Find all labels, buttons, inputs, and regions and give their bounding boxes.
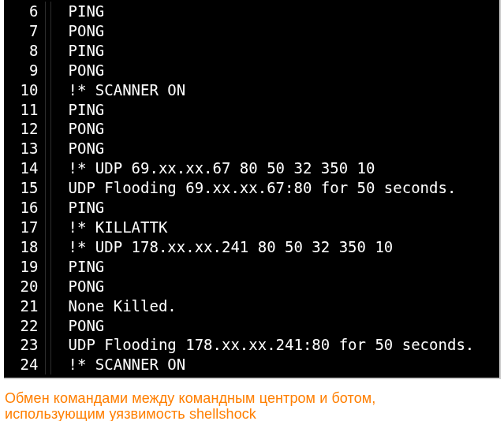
log-line: !* UDP 178.xx.xx.241 80 50 32 350 10 [51, 237, 394, 257]
log-line: !* KILLATTK [51, 218, 168, 237]
log-line: PING [51, 2, 105, 21]
line-number: 23 [4, 335, 45, 355]
gutter-divider [45, 335, 51, 355]
line-number: 19 [4, 257, 45, 277]
log-line: PING [51, 100, 105, 120]
line-number: 22 [4, 316, 45, 336]
gutter-divider [45, 355, 51, 374]
terminal-log: 6PING7PONG8PING9PONG10!* SCANNER ON11PIN… [4, 0, 501, 379]
line-number: 18 [4, 237, 45, 257]
gutter-divider [45, 2, 51, 21]
gutter-divider [45, 80, 51, 100]
log-line: PONG [51, 21, 105, 41]
gutter-divider [45, 21, 51, 41]
log-line: None Killed. [51, 296, 177, 316]
log-line: PING [51, 257, 105, 277]
line-number: 7 [4, 21, 45, 41]
log-row: 8PING [4, 41, 499, 61]
gutter-divider [45, 257, 51, 277]
log-row: 24!* SCANNER ON [4, 355, 499, 374]
line-number: 9 [4, 61, 45, 80]
gutter-divider [45, 316, 51, 336]
log-line: PONG [51, 277, 105, 296]
caption: Обмен командами между командным центром … [0, 379, 504, 421]
gutter-divider [45, 139, 51, 158]
log-row: 10!* SCANNER ON [4, 80, 499, 100]
gutter-divider [45, 218, 51, 237]
line-number: 11 [4, 100, 45, 120]
gutter-divider [45, 158, 51, 178]
caption-line-2: использующим уязвимость shellshock [5, 406, 256, 421]
gutter-divider [45, 296, 51, 316]
line-number: 12 [4, 119, 45, 139]
line-number: 20 [4, 277, 45, 296]
log-row: 11PING [4, 100, 499, 120]
log-row: 15UDP Flooding 69.xx.xx.67:80 for 50 sec… [4, 178, 499, 198]
line-number: 16 [4, 198, 45, 218]
log-row: 6PING [4, 2, 499, 21]
gutter-divider [45, 41, 51, 61]
log-row: 16PING [4, 198, 499, 218]
log-line: !* SCANNER ON [51, 355, 186, 374]
log-row: 13PONG [4, 139, 499, 158]
gutter-divider [45, 100, 51, 120]
gutter-divider [45, 277, 51, 296]
log-row: 7PONG [4, 21, 499, 41]
gutter-divider [45, 237, 51, 257]
line-number: 21 [4, 296, 45, 316]
line-number: 6 [4, 2, 45, 21]
gutter-divider [45, 119, 51, 139]
line-number: 14 [4, 158, 45, 178]
log-row: 19PING [4, 257, 499, 277]
log-row: 12PONG [4, 119, 499, 139]
gutter-divider [45, 61, 51, 80]
log-row: 14!* UDP 69.xx.xx.67 80 50 32 350 10 [4, 158, 499, 178]
log-line: PONG [51, 119, 105, 139]
line-number: 8 [4, 41, 45, 61]
page-wrap: 6PING7PONG8PING9PONG10!* SCANNER ON11PIN… [0, 0, 504, 421]
log-line: !* SCANNER ON [51, 80, 186, 100]
line-number: 10 [4, 80, 45, 100]
log-row: 22PONG [4, 316, 499, 336]
log-row: 9PONG [4, 61, 499, 80]
line-number: 13 [4, 139, 45, 158]
log-row: 23UDP Flooding 178.xx.xx.241:80 for 50 s… [4, 335, 499, 355]
log-line: UDP Flooding 178.xx.xx.241:80 for 50 sec… [51, 335, 475, 355]
line-number: 15 [4, 178, 45, 198]
gutter-divider [45, 178, 51, 198]
caption-line-1: Обмен командами между командным центром … [5, 390, 375, 406]
log-line: PING [51, 198, 105, 218]
log-line: PONG [51, 316, 105, 336]
log-line: UDP Flooding 69.xx.xx.67:80 for 50 secon… [51, 178, 457, 198]
log-row: 21None Killed. [4, 296, 499, 316]
line-number: 17 [4, 218, 45, 237]
gutter-divider [45, 198, 51, 218]
log-line: PING [51, 41, 105, 61]
log-line: PONG [51, 139, 105, 158]
line-number: 24 [4, 355, 45, 374]
log-line: PONG [51, 61, 105, 80]
log-row: 17!* KILLATTK [4, 218, 499, 237]
log-line: !* UDP 69.xx.xx.67 80 50 32 350 10 [51, 158, 375, 178]
log-row: 20PONG [4, 277, 499, 296]
log-row: 18!* UDP 178.xx.xx.241 80 50 32 350 10 [4, 237, 499, 257]
